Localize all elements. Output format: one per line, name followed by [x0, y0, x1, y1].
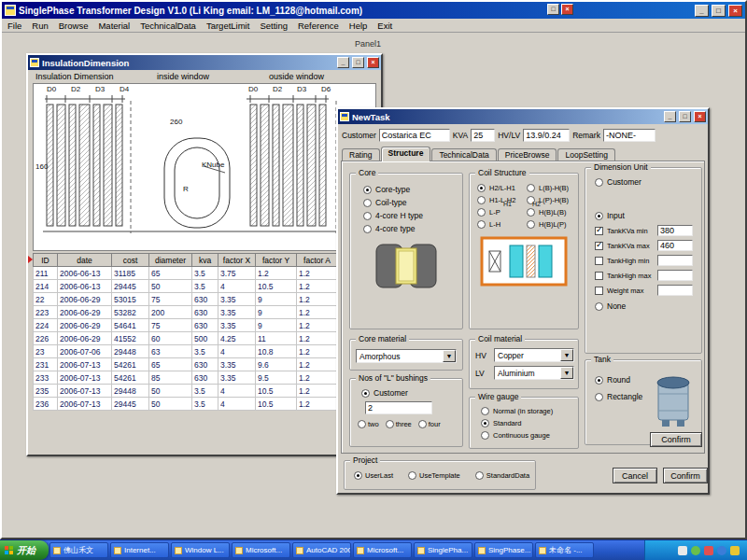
tab-technicaldata[interactable]: TechnicalData — [431, 148, 496, 161]
check-tankhigh-min[interactable]: TankHigh min — [595, 255, 698, 266]
check-tankhigh-max[interactable]: TankHigh max — [595, 270, 698, 281]
tab-structure[interactable]: Structure — [381, 147, 431, 161]
radio-4core-type[interactable]: 4-core type — [363, 224, 462, 233]
radio-dim-customer[interactable]: Customer — [595, 177, 698, 187]
tankkva-min-field[interactable] — [657, 225, 693, 236]
radio-wire-standard[interactable]: Standard — [481, 419, 578, 427]
table-row[interactable]: 236 2006-07-13 29445 50 3.5 4 10.5 1.2 2… — [34, 398, 379, 411]
messenger-icon[interactable] — [691, 546, 700, 555]
menu-file[interactable]: File — [7, 21, 21, 31]
minimize-button[interactable]: _ — [695, 5, 709, 17]
radio-project-standarddata[interactable]: StandardData — [475, 471, 529, 480]
start-button[interactable]: 开始 — [0, 540, 49, 560]
lv-material-select[interactable]: Aluminium ▼ — [494, 366, 574, 380]
taskbar-item[interactable]: 佛山禾文 — [49, 542, 108, 558]
table-header-cell[interactable]: cost — [112, 254, 149, 267]
radio-bushings-customer[interactable]: Customer — [361, 388, 462, 398]
newtask-minimize-button[interactable]: _ — [664, 111, 676, 122]
tab-loopsetting[interactable]: LoopSetting — [557, 148, 614, 161]
radio-dim-none[interactable]: None — [595, 301, 698, 311]
menu-help[interactable]: Help — [349, 21, 368, 31]
volume-icon[interactable] — [717, 546, 726, 555]
taskbar-item[interactable]: Microsoft... — [232, 542, 290, 558]
table-header-cell[interactable]: ID — [34, 254, 58, 267]
remark-field[interactable] — [603, 129, 655, 142]
table-row[interactable]: 231 2006-07-13 54261 65 630 3.35 9.6 1.2… — [34, 358, 379, 371]
radio-wire-normal[interactable]: Normal (in storage) — [481, 407, 578, 415]
maximize-button[interactable]: □ — [712, 5, 726, 17]
radio-l-p[interactable]: L-P — [477, 208, 527, 217]
radio-project-usetemplate[interactable]: UseTemplate — [408, 471, 460, 480]
radio-hb-lb[interactable]: H(B)L(B) — [527, 208, 576, 217]
radio-4core-h-type[interactable]: 4-core H type — [363, 211, 462, 220]
weight-max-field[interactable] — [657, 285, 693, 296]
taskbar-item[interactable]: SinglePha... — [414, 542, 472, 558]
radio-lb-hb[interactable]: L(B)-H(B) — [527, 184, 576, 192]
cancel-button[interactable]: Cancel — [613, 468, 657, 483]
radio-dim-input[interactable]: Input — [595, 211, 698, 220]
table-row[interactable]: 235 2006-07-13 29448 50 3.5 4 10.5 1.2 2… — [34, 385, 379, 398]
table-header-cell[interactable]: factor Y — [256, 254, 297, 267]
table-header-cell[interactable]: kva — [192, 254, 218, 267]
hvlv-field[interactable] — [523, 129, 570, 142]
insulation-maximize-button[interactable]: □ — [352, 57, 364, 68]
newtask-close-button[interactable]: × — [694, 111, 706, 122]
menu-setting[interactable]: Setting — [260, 21, 288, 31]
table-row[interactable]: 214 2006-06-13 29445 50 3.5 4 10.5 1.2 2… — [34, 280, 379, 293]
table-row[interactable]: 23 2006-07-06 29448 63 3.5 4 10.8 1.2 2.… — [34, 345, 379, 358]
radio-bushings-four[interactable]: four — [418, 420, 441, 428]
table-row[interactable]: 226 2006-06-29 41552 60 500 4.25 11 1.2 … — [34, 332, 379, 345]
newtask-maximize-button[interactable]: □ — [679, 111, 691, 122]
menu-browse[interactable]: Browse — [59, 21, 89, 31]
table-header-cell[interactable]: factor A — [297, 254, 338, 267]
core-material-select[interactable]: Amorphous ▼ — [356, 349, 457, 363]
network-icon[interactable] — [730, 546, 740, 555]
table-row[interactable]: 224 2006-06-29 54641 75 630 3.35 9 1.2 3… — [34, 319, 379, 332]
menu-material[interactable]: Material — [98, 21, 130, 31]
table-row[interactable]: 22 2006-06-29 53015 75 630 3.35 9 1.2 2.… — [34, 293, 379, 306]
menu-exit[interactable]: Exit — [377, 21, 392, 31]
kva-field[interactable] — [471, 129, 495, 142]
antivirus-icon[interactable] — [704, 546, 713, 555]
tankkva-max-field[interactable] — [657, 240, 693, 251]
taskbar-item[interactable]: Window L... — [171, 542, 230, 558]
table-row[interactable]: 233 2006-07-13 54261 85 630 3.35 9.5 1.2… — [34, 371, 379, 385]
insulation-close-button[interactable]: × — [367, 57, 379, 68]
taskbar-item[interactable]: Microsoft... — [353, 542, 412, 558]
tankhigh-min-field[interactable] — [657, 255, 693, 266]
radio-hb-lp[interactable]: H(B)L(P) — [527, 220, 576, 229]
bushings-count-field[interactable] — [365, 401, 432, 414]
radio-bushings-three[interactable]: three — [386, 420, 412, 428]
hv-material-select[interactable]: Copper ▼ — [494, 348, 574, 362]
radio-wire-continuous[interactable]: Continuous gauge — [481, 431, 578, 440]
table-row[interactable]: 211 2006-06-13 31185 65 3.5 3.75 1.2 1.2… — [34, 267, 379, 280]
tab-rating[interactable]: Rating — [342, 148, 380, 161]
tankhigh-max-field[interactable] — [657, 270, 693, 281]
ime-icon[interactable] — [678, 546, 687, 555]
customer-field[interactable] — [379, 129, 450, 142]
menu-run[interactable]: Run — [32, 21, 48, 31]
check-tankkva-max[interactable]: TankKVa max — [595, 240, 698, 251]
menu-targetlimit[interactable]: TargetLimit — [206, 21, 249, 31]
secondary-close-button[interactable]: × — [561, 4, 573, 15]
menu-reference[interactable]: Reference — [298, 21, 339, 31]
radio-h1-l-h2[interactable]: H1-L-H2 — [477, 196, 527, 204]
radio-h2-l-h1[interactable]: H2/L-H1 — [477, 184, 527, 192]
check-weight-max[interactable]: Weight max — [595, 285, 698, 296]
tab-pricebrowse[interactable]: PriceBrowse — [498, 148, 557, 161]
radio-core-type[interactable]: Core-type — [363, 185, 462, 194]
table-header-cell[interactable]: factor X — [218, 254, 256, 267]
table-header-cell[interactable]: diameter — [149, 254, 192, 267]
taskbar-item[interactable]: 未命名 -... — [535, 542, 594, 558]
taskbar-item[interactable]: Internet... — [110, 542, 169, 558]
table-row[interactable]: 223 2006-06-29 53282 200 630 3.35 9 1.2 … — [34, 306, 379, 319]
radio-bushings-two[interactable]: two — [358, 420, 379, 428]
insulation-minimize-button[interactable]: _ — [337, 57, 349, 68]
close-button[interactable]: × — [728, 5, 742, 17]
check-tankkva-min[interactable]: TankKVa min — [595, 225, 698, 236]
radio-project-userlast[interactable]: UserLast — [354, 471, 393, 480]
taskbar-item[interactable]: SingPhase... — [474, 542, 533, 558]
radio-l-h[interactable]: L-H — [477, 220, 527, 229]
radio-coil-type[interactable]: Coil-type — [363, 198, 462, 207]
tank-confirm-button[interactable]: Confirm — [650, 432, 702, 447]
